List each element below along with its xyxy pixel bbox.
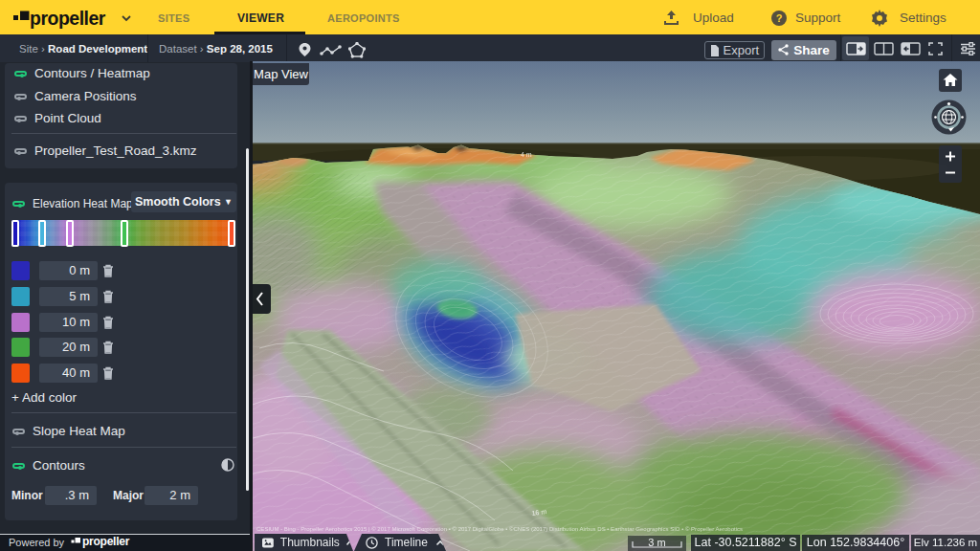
svg-text:propeller: propeller: [30, 8, 106, 29]
svg-text:?: ?: [776, 12, 783, 24]
svg-text:propeller: propeller: [82, 536, 130, 548]
svg-text:4 m: 4 m: [521, 151, 532, 158]
